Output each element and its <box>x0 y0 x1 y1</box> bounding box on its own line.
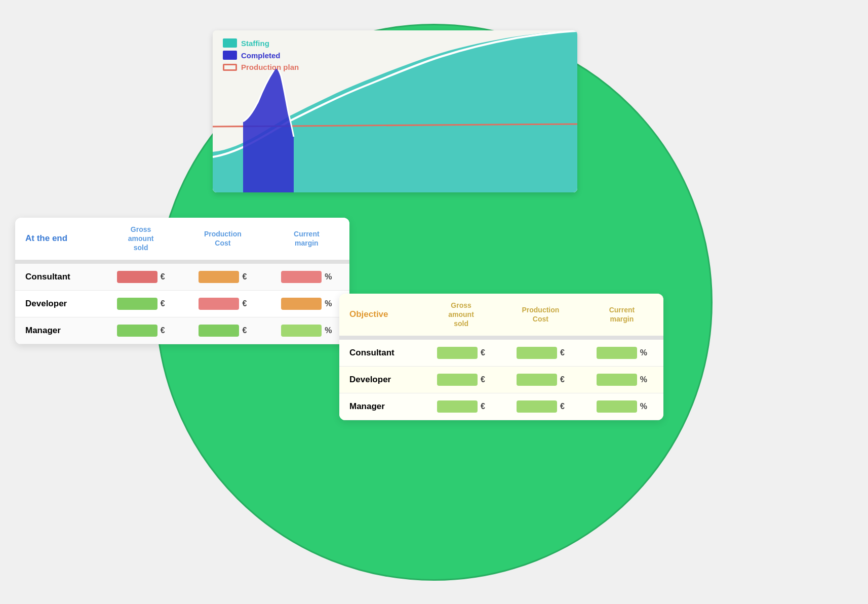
value-block: € <box>506 374 575 386</box>
staffing-swatch <box>223 38 237 48</box>
bar-developer-margin-right <box>597 374 637 386</box>
td-developer-gross-left: € <box>100 290 182 317</box>
table-row: Developer € € % <box>15 290 349 317</box>
td-developer-gross-right: € <box>421 366 501 393</box>
unit-manager-gross-right: € <box>481 402 485 411</box>
bar-developer-cost-right <box>517 374 557 386</box>
bar-developer-margin-left <box>281 298 322 310</box>
td-developer-cost-right: € <box>501 366 580 393</box>
row-label-consultant-right: Consultant <box>339 340 421 367</box>
bar-consultant-cost-right <box>517 347 557 359</box>
bar-developer-gross-right <box>437 374 478 386</box>
td-manager-gross-right: € <box>421 393 501 420</box>
bar-consultant-margin-right <box>597 347 637 359</box>
unit-developer-gross-right: € <box>481 375 485 384</box>
unit-manager-cost-left: € <box>242 326 247 335</box>
td-developer-margin-right: % <box>580 366 663 393</box>
th-margin-right: Currentmargin <box>580 294 663 336</box>
td-consultant-gross-right: € <box>421 340 501 367</box>
row-label-manager-right: Manager <box>339 393 421 420</box>
table-row: Consultant € € % <box>15 264 349 291</box>
td-manager-gross-left: € <box>100 317 182 344</box>
unit-consultant-gross-right: € <box>481 348 485 357</box>
unit-manager-gross-left: € <box>161 326 165 335</box>
th-margin-left: Currentmargin <box>264 218 349 260</box>
row-label-developer-right: Developer <box>339 366 421 393</box>
unit-consultant-cost-left: € <box>242 272 247 281</box>
td-developer-margin-left: % <box>264 290 349 317</box>
th-prod-cost-left: ProductionCost <box>182 218 264 260</box>
table-row: Consultant € € % <box>339 340 663 367</box>
plan-label: Production plan <box>241 63 299 71</box>
unit-manager-margin-left: % <box>325 326 332 335</box>
staffing-label: Staffing <box>241 39 269 48</box>
legend-plan: Production plan <box>223 63 299 71</box>
table-at-the-end: At the end Grossamountsold ProductionCos… <box>15 218 349 344</box>
bar-consultant-gross-right <box>437 347 478 359</box>
completed-swatch <box>223 51 237 60</box>
unit-consultant-cost-right: € <box>560 348 565 357</box>
row-label-consultant-left: Consultant <box>15 264 100 291</box>
bar-manager-margin-right <box>597 400 637 413</box>
value-block: € <box>187 298 259 310</box>
bar-developer-cost-left <box>199 298 239 310</box>
legend-completed: Completed <box>223 51 299 60</box>
th-prod-cost-right: ProductionCost <box>501 294 580 336</box>
td-consultant-margin-left: % <box>264 264 349 291</box>
separator-left <box>15 260 349 264</box>
unit-manager-cost-right: € <box>560 402 565 411</box>
table-row: Manager € € % <box>339 393 663 420</box>
bar-consultant-cost-left <box>199 271 239 283</box>
table-objective: Objective Grossamountsold ProductionCost… <box>339 294 663 420</box>
unit-developer-margin-left: % <box>325 299 332 308</box>
row-label-developer-left: Developer <box>15 290 100 317</box>
value-block: € <box>426 347 496 359</box>
th-at-the-end: At the end <box>15 218 100 260</box>
td-consultant-cost-left: € <box>182 264 264 291</box>
bar-manager-cost-left <box>199 325 239 337</box>
td-manager-margin-right: % <box>580 393 663 420</box>
unit-consultant-gross-left: € <box>161 272 165 281</box>
unit-developer-cost-left: € <box>242 299 247 308</box>
value-block: % <box>585 374 658 386</box>
value-block: % <box>585 347 658 359</box>
value-block: € <box>426 374 496 386</box>
chart-card: Staffing Completed Production plan <box>213 30 577 192</box>
td-manager-cost-left: € <box>182 317 264 344</box>
table-row: Developer € € % <box>339 366 663 393</box>
td-consultant-margin-right: % <box>580 340 663 367</box>
value-block: € <box>105 271 177 283</box>
bar-manager-gross-left <box>117 325 157 337</box>
bar-developer-gross-left <box>117 298 157 310</box>
value-block: % <box>269 271 344 283</box>
unit-manager-margin-right: % <box>640 402 647 411</box>
bar-consultant-margin-left <box>281 271 322 283</box>
row-label-manager-left: Manager <box>15 317 100 344</box>
legend-staffing: Staffing <box>223 38 299 48</box>
separator-right <box>339 336 663 340</box>
td-developer-cost-left: € <box>182 290 264 317</box>
bar-manager-margin-left <box>281 325 322 337</box>
unit-consultant-margin-right: % <box>640 348 647 357</box>
value-block: % <box>269 298 344 310</box>
th-objective: Objective <box>339 294 421 336</box>
chart-legend: Staffing Completed Production plan <box>223 38 299 71</box>
td-consultant-cost-right: € <box>501 340 580 367</box>
unit-developer-margin-right: % <box>640 375 647 384</box>
unit-developer-gross-left: € <box>161 299 165 308</box>
value-block: € <box>426 400 496 413</box>
value-block: % <box>269 325 344 337</box>
td-manager-cost-right: € <box>501 393 580 420</box>
value-block: € <box>506 400 575 413</box>
plan-swatch <box>223 64 237 71</box>
value-block: € <box>187 271 259 283</box>
unit-developer-cost-right: € <box>560 375 565 384</box>
value-block: € <box>187 325 259 337</box>
th-gross-left: Grossamountsold <box>100 218 182 260</box>
value-block: € <box>506 347 575 359</box>
value-block: % <box>585 400 658 413</box>
table-row: Manager € € % <box>15 317 349 344</box>
td-consultant-gross-left: € <box>100 264 182 291</box>
value-block: € <box>105 298 177 310</box>
completed-label: Completed <box>241 51 281 60</box>
